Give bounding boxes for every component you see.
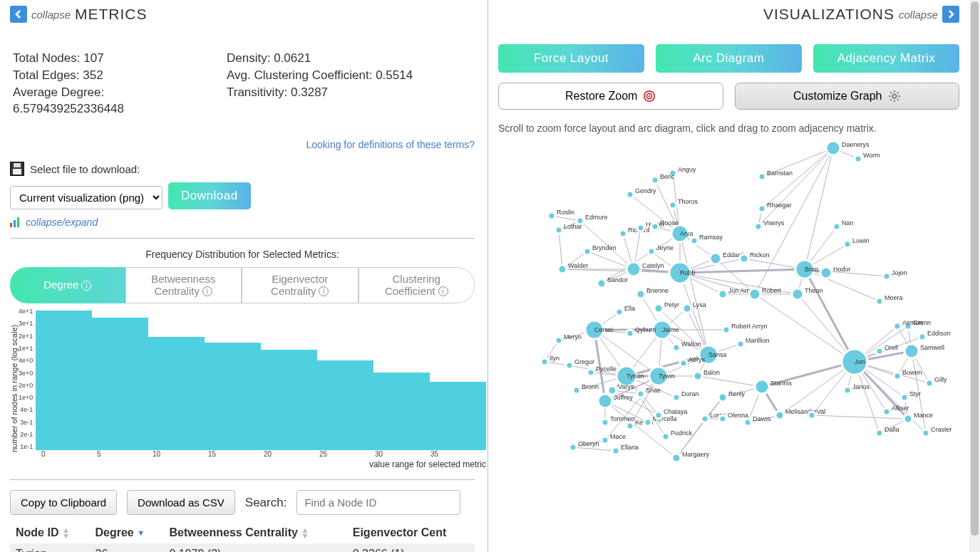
force-graph[interactable]: TyrionJonRobbSansaJaimeCerseiTywinAryaBr… (498, 141, 954, 476)
svg-point-197 (587, 369, 594, 376)
svg-text:Pycelle: Pycelle (596, 365, 617, 373)
download-csv-button[interactable]: Download as CSV (127, 490, 235, 515)
transitivity: Transitivity: 0.3287 (227, 84, 413, 101)
svg-text:Shae: Shae (646, 387, 661, 394)
svg-text:Beric: Beric (660, 173, 675, 180)
svg-text:Tyrion: Tyrion (626, 373, 644, 380)
col-betweenness[interactable]: Betweenness Centrality ▲▼ (163, 522, 346, 543)
file-select[interactable]: Current visualization (png) (10, 186, 163, 209)
svg-point-245 (808, 412, 815, 419)
svg-text:Ramsay: Ramsay (699, 234, 723, 241)
svg-point-257 (926, 380, 933, 387)
metrics-title: METRICS (75, 6, 148, 23)
collapse-right-label[interactable]: collapse (899, 9, 938, 21)
svg-point-167 (710, 253, 721, 264)
viz-title: VISUALIZATIONS (763, 6, 894, 23)
svg-text:Marillion: Marillion (746, 337, 770, 344)
svg-point-161 (755, 380, 769, 394)
tab-clustering[interactable]: ClusteringCoefficienti (359, 267, 475, 303)
svg-point-165 (826, 141, 840, 155)
col-degree[interactable]: Degree ▼ (89, 522, 163, 543)
svg-point-217 (662, 433, 669, 440)
svg-text:Mance: Mance (914, 412, 933, 419)
total-edges: Total Edges: 352 (13, 67, 198, 84)
tab-eigenvector[interactable]: EigenvectorCentralityi (242, 267, 359, 303)
svg-point-201 (608, 386, 617, 395)
info-icon[interactable]: i (202, 286, 212, 296)
svg-text:Bowen: Bowen (902, 369, 922, 376)
svg-point-261 (883, 408, 890, 415)
total-nodes: Total Nodes: 107 (13, 50, 198, 67)
restore-zoom-button[interactable]: Restore Zoom (498, 83, 723, 110)
col-eigenvector[interactable]: Eigenvector Cent (347, 522, 475, 543)
scrollbar[interactable] (969, 0, 980, 552)
gear-icon (888, 90, 901, 103)
zoom-hint: Scroll to zoom force layout and arc diag… (498, 123, 959, 134)
svg-point-233 (673, 344, 680, 351)
arc-diagram-button[interactable]: Arc Diagram (656, 44, 802, 73)
svg-text:Aerys: Aerys (688, 356, 706, 363)
svg-point-159 (598, 394, 612, 408)
svg-point-195 (541, 358, 548, 365)
svg-point-267 (922, 429, 929, 437)
copy-clipboard-button[interactable]: Copy to Clipboard (10, 490, 117, 515)
info-icon[interactable]: i (319, 286, 329, 296)
svg-line-11 (897, 92, 899, 93)
svg-text:Jon: Jon (855, 358, 865, 365)
svg-text:Rickon: Rickon (750, 251, 770, 259)
svg-text:Theon: Theon (805, 287, 823, 294)
info-icon[interactable]: i (438, 286, 448, 296)
svg-text:Daenerys: Daenerys (842, 141, 870, 148)
collapse-left-label[interactable]: collapse (31, 9, 71, 21)
scrollbar-thumb[interactable] (971, 1, 979, 536)
svg-text:Chataya: Chataya (664, 408, 688, 415)
download-button[interactable]: Download (168, 182, 251, 209)
svg-text:Roose: Roose (660, 219, 679, 226)
svg-text:Bran: Bran (805, 266, 818, 273)
svg-point-179 (597, 279, 606, 288)
svg-text:Gregor: Gregor (574, 358, 594, 365)
node-table: Node ID ▲▼ Degree ▼ Betweenness Centrali… (10, 522, 475, 552)
svg-text:Sansa: Sansa (708, 351, 727, 358)
svg-point-231 (737, 340, 744, 348)
search-input[interactable] (296, 490, 460, 515)
svg-point-185 (654, 304, 663, 313)
svg-line-10 (890, 99, 892, 100)
tab-betweenness[interactable]: BetweennessCentralityi (125, 267, 242, 303)
svg-text:Margaery: Margaery (682, 451, 710, 458)
svg-point-203 (637, 390, 644, 397)
customize-graph-button[interactable]: Customize Graph (735, 83, 960, 110)
divider (10, 479, 475, 480)
target-icon (643, 90, 656, 103)
definitions-link[interactable]: Looking for definitions of these terms? (10, 139, 475, 150)
svg-point-311 (691, 237, 698, 244)
svg-point-2 (649, 95, 651, 98)
svg-point-251 (919, 333, 926, 340)
svg-text:Barristan: Barristan (767, 170, 793, 177)
svg-point-211 (602, 437, 609, 444)
adjacency-matrix-button[interactable]: Adjacency Matrix (813, 44, 959, 73)
svg-point-259 (901, 394, 908, 401)
tab-degree[interactable]: Degreei (10, 267, 125, 303)
info-icon[interactable]: i (81, 281, 91, 291)
svg-point-221 (655, 412, 662, 419)
svg-text:Brynden: Brynden (592, 244, 617, 251)
svg-text:Cersei: Cersei (594, 326, 613, 333)
svg-text:Catelyn: Catelyn (642, 262, 664, 269)
svg-point-295 (548, 212, 555, 219)
collapse-expand-toggle[interactable]: collapse/expand (10, 217, 475, 228)
svg-text:Bronn: Bronn (582, 383, 599, 390)
svg-text:Sandor: Sandor (607, 276, 628, 283)
svg-point-241 (775, 411, 784, 420)
svg-text:Hodor: Hodor (833, 266, 851, 273)
collapse-left-button[interactable] (10, 6, 27, 23)
col-node-id[interactable]: Node ID ▲▼ (10, 522, 89, 543)
svg-point-293 (669, 202, 676, 209)
table-row[interactable]: Tyrion360.1979 (3)0.3366 (1) (10, 543, 475, 552)
svg-point-177 (740, 254, 748, 263)
svg-line-110 (573, 447, 616, 451)
svg-point-3 (892, 94, 896, 98)
collapse-right-button[interactable] (942, 6, 959, 23)
density: Density: 0.0621 (227, 50, 413, 67)
force-layout-button[interactable]: Force Layout (498, 44, 644, 73)
